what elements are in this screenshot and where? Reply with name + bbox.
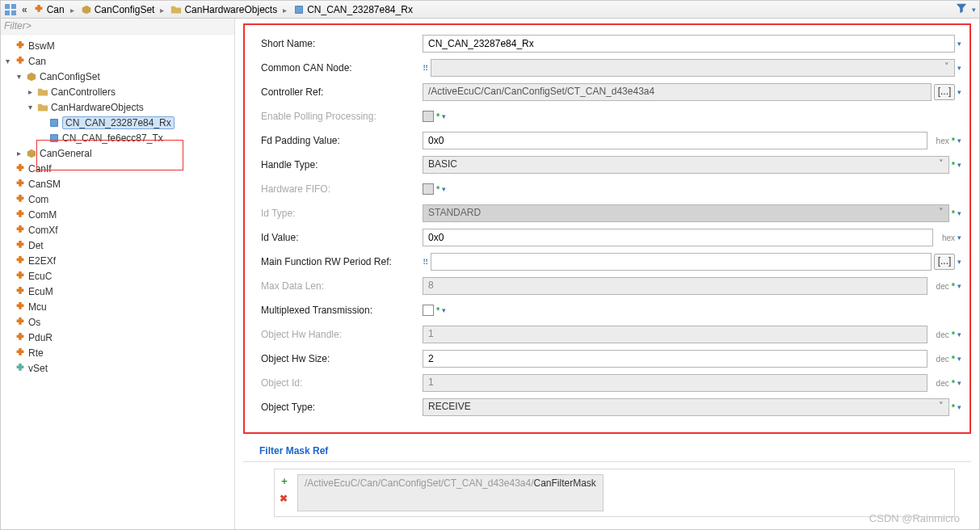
breadcrumb-label: Can bbox=[47, 4, 65, 15]
tree-item-com[interactable]: Com bbox=[2, 191, 233, 207]
tree-item-os[interactable]: Os bbox=[2, 314, 233, 330]
tree-item-canif[interactable]: CanIf bbox=[2, 161, 233, 176]
row-handle-type: Handle Type: BASIC*▾ bbox=[261, 153, 961, 177]
breadcrumb-back-icon[interactable] bbox=[20, 4, 29, 15]
dropdown-icon[interactable]: ▾ bbox=[957, 282, 961, 290]
tree-item-mcu[interactable]: Mcu bbox=[2, 299, 233, 314]
svg-rect-1 bbox=[11, 4, 16, 9]
expand-icon[interactable] bbox=[2, 57, 12, 65]
tree-label: vSet bbox=[28, 363, 48, 374]
mux-tx-checkbox[interactable] bbox=[423, 305, 434, 316]
dropdown-icon[interactable]: ▾ bbox=[957, 258, 961, 266]
dropdown-icon[interactable]: ▾ bbox=[442, 112, 446, 120]
marker-icon: ⠿ bbox=[423, 258, 428, 267]
dropdown-icon[interactable]: ▾ bbox=[957, 379, 961, 387]
tree-label: BswM bbox=[28, 40, 55, 52]
tree-item-cansm[interactable]: CanSM bbox=[2, 176, 233, 191]
add-button[interactable]: ＋ bbox=[280, 474, 289, 488]
filter-mask-header[interactable]: Filter Mask Ref bbox=[243, 440, 971, 462]
unit-label: hex bbox=[930, 137, 949, 145]
browse-button[interactable]: [...] bbox=[934, 84, 955, 100]
separator-icon bbox=[68, 4, 77, 15]
tree-item-canhwobjs[interactable]: CanHardwareObjects bbox=[2, 99, 233, 115]
hwfifo-checkbox[interactable] bbox=[423, 183, 434, 195]
id-value-input[interactable] bbox=[423, 229, 933, 246]
row-fd-padding: Fd Padding Value: hex*▾ bbox=[261, 128, 961, 153]
dropdown-icon[interactable]: ▾ bbox=[957, 330, 961, 339]
filter-icon[interactable] bbox=[956, 2, 967, 16]
tree-item-vset[interactable]: vSet bbox=[2, 360, 233, 376]
label: Enable Polling Processing: bbox=[261, 111, 423, 122]
tree-item-can[interactable]: Can bbox=[2, 53, 233, 69]
delete-button[interactable]: ✖ bbox=[280, 493, 289, 504]
leaf-icon bbox=[292, 3, 305, 16]
short-name-input[interactable] bbox=[423, 35, 955, 53]
tree-item-pdur[interactable]: PduR bbox=[2, 330, 233, 345]
dropdown-icon[interactable]: ▾ bbox=[957, 137, 961, 145]
label: Id Type: bbox=[261, 208, 423, 219]
tree-item-cangeneral[interactable]: CanGeneral bbox=[2, 145, 233, 161]
dropdown-icon[interactable]: ▾ bbox=[957, 355, 961, 363]
dropdown-icon[interactable]: ▾ bbox=[442, 306, 446, 314]
tree-label: Mcu bbox=[28, 301, 47, 313]
tree-label: ComXf bbox=[28, 225, 58, 236]
tree-item-tx[interactable]: CN_CAN_fe6ecc87_Tx bbox=[2, 130, 233, 145]
filter-mask-area: ＋ ✖ /ActiveEcuC/Can/CanConfigSet/CT_CAN_… bbox=[274, 469, 955, 517]
tree-label: ComM bbox=[28, 209, 57, 221]
dropdown-icon[interactable]: ▾ bbox=[442, 185, 446, 193]
tree-item-det[interactable]: Det bbox=[2, 238, 233, 253]
row-obj-id: Object Id: 1dec*▾ bbox=[261, 371, 961, 395]
star-icon: * bbox=[952, 330, 955, 339]
properties-form: Short Name: ▾ Common CAN Node: ⠿▾ Contro… bbox=[243, 23, 971, 434]
obj-type-select[interactable]: RECEIVE bbox=[423, 398, 949, 416]
navigation-tree: Filter> BswM Can CanConfigSet CanControl… bbox=[1, 19, 235, 529]
dropdown-icon[interactable]: ▾ bbox=[957, 40, 961, 48]
tree-item-rte[interactable]: Rte bbox=[2, 345, 233, 360]
tree-label: Os bbox=[28, 317, 40, 328]
max-data-len-field: 8 bbox=[423, 277, 927, 295]
filter-mask-path[interactable]: /ActiveEcuC/Can/CanConfigSet/CT_CAN_d43e… bbox=[297, 474, 604, 511]
polling-checkbox[interactable] bbox=[423, 111, 434, 122]
dropdown-icon[interactable]: ▾ bbox=[957, 161, 961, 169]
tree-item-bswm[interactable]: BswM bbox=[2, 38, 233, 53]
tree-label: CanConfigSet bbox=[40, 71, 100, 82]
tree-item-ecum[interactable]: EcuM bbox=[2, 284, 233, 299]
star-icon: * bbox=[436, 111, 440, 121]
tree-item-canconfigset[interactable]: CanConfigSet bbox=[2, 69, 233, 84]
obj-hw-size-input[interactable] bbox=[423, 350, 927, 368]
breadcrumb-configset[interactable]: CanConfigSet bbox=[80, 3, 155, 16]
expand-icon[interactable] bbox=[14, 149, 23, 158]
fd-padding-input[interactable] bbox=[423, 132, 927, 149]
breadcrumb-hwobjs[interactable]: CanHardwareObjects bbox=[170, 3, 277, 16]
tree-label: Com bbox=[28, 194, 48, 205]
dropdown-icon[interactable]: ▾ bbox=[957, 403, 961, 411]
row-mux-tx: Multiplexed Transmission: *▾ bbox=[261, 298, 961, 322]
expand-icon[interactable] bbox=[25, 87, 35, 96]
breadcrumb-item[interactable]: CN_CAN_23287e84_Rx bbox=[292, 3, 413, 16]
label: Short Name: bbox=[261, 38, 423, 49]
dropdown-icon[interactable]: ▾ bbox=[957, 209, 961, 217]
mf-rw-ref-input[interactable] bbox=[431, 253, 932, 271]
tree-label: EcuM bbox=[28, 286, 53, 297]
dropdown-icon[interactable]: ▾ bbox=[970, 6, 976, 14]
separator-icon bbox=[158, 4, 166, 15]
handle-type-select[interactable]: BASIC bbox=[423, 156, 949, 174]
dropdown-icon[interactable]: ▾ bbox=[957, 88, 961, 96]
common-can-select[interactable] bbox=[431, 59, 955, 77]
dropdown-icon[interactable]: ▾ bbox=[957, 64, 961, 72]
browse-button[interactable]: [...] bbox=[934, 254, 955, 270]
tree-item-comm[interactable]: ComM bbox=[2, 207, 233, 222]
expand-icon[interactable] bbox=[25, 103, 35, 111]
tree-item-comxf[interactable]: ComXf bbox=[2, 222, 233, 238]
tree-filter-input[interactable]: Filter> bbox=[1, 19, 234, 35]
tree-item-rx[interactable]: CN_CAN_23287e84_Rx bbox=[2, 115, 233, 130]
breadcrumb-can[interactable]: Can bbox=[32, 3, 65, 16]
expand-icon[interactable] bbox=[14, 72, 23, 81]
dropdown-icon[interactable]: ▾ bbox=[957, 233, 961, 242]
tree-item-cancontrollers[interactable]: CanControllers bbox=[2, 84, 233, 99]
tree-item-ecuc[interactable]: EcuC bbox=[2, 268, 233, 284]
star-icon: * bbox=[436, 305, 440, 315]
breadcrumb: Can CanConfigSet CanHardwareObjects CN_C… bbox=[1, 1, 979, 19]
tree-item-e2exf[interactable]: E2EXf bbox=[2, 253, 233, 268]
grid-icon[interactable] bbox=[4, 3, 17, 16]
